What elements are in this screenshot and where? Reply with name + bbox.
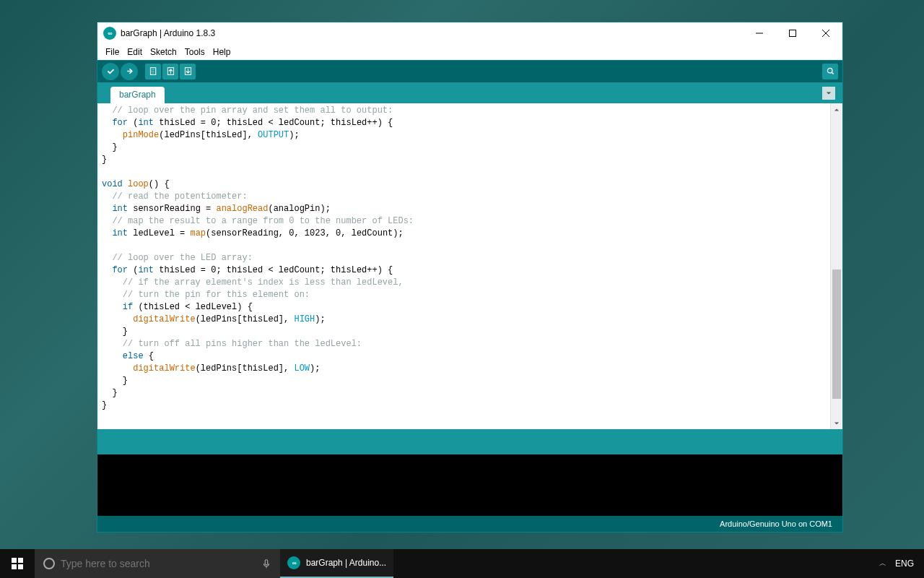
arrow-down-icon [183, 66, 193, 76]
mic-button[interactable] [253, 558, 280, 569]
arrow-right-icon [125, 66, 134, 76]
minimize-button[interactable] [743, 22, 776, 44]
magnifier-icon [826, 66, 835, 76]
window-title: barGraph | Arduino 1.8.3 [121, 28, 743, 38]
menu-edit[interactable]: Edit [124, 46, 145, 59]
maximize-button[interactable] [776, 22, 809, 44]
arduino-ide-window: ∞ barGraph | Arduino 1.8.3 File Edit Ske… [97, 22, 843, 532]
tabstrip: barGraph [97, 82, 842, 103]
serial-monitor-button[interactable] [822, 64, 838, 79]
save-sketch-button[interactable] [180, 64, 196, 79]
footer-bar: Arduino/Genuino Uno on COM1 [97, 516, 842, 532]
svg-rect-16 [265, 560, 268, 565]
language-indicator[interactable]: ENG [895, 558, 914, 569]
svg-rect-13 [18, 558, 23, 563]
code-editor[interactable]: // loop over the pin array and set them … [97, 103, 830, 429]
minimize-icon [756, 30, 763, 37]
scroll-up-button[interactable] [831, 103, 842, 116]
maximize-icon [789, 30, 796, 37]
start-button[interactable] [0, 549, 35, 578]
scroll-down-button[interactable] [831, 417, 842, 429]
svg-rect-15 [18, 564, 23, 569]
board-info: Arduino/Genuino Uno on COM1 [720, 519, 832, 528]
svg-rect-14 [12, 564, 17, 569]
scrollbar-track[interactable] [831, 116, 842, 417]
menu-tools[interactable]: Tools [182, 46, 208, 59]
microphone-icon [261, 558, 271, 569]
arduino-mini-icon: ∞ [287, 556, 300, 569]
new-sketch-button[interactable] [145, 64, 161, 79]
close-button[interactable] [809, 22, 842, 44]
taskbar-app-arduino[interactable]: ∞ barGraph | Arduino... [280, 549, 393, 578]
tab-menu-dropdown[interactable] [822, 87, 835, 100]
chevron-down-icon [826, 90, 832, 96]
chevron-up-icon [834, 107, 840, 113]
output-console[interactable] [97, 454, 842, 516]
search-input[interactable] [61, 558, 247, 569]
svg-rect-1 [790, 30, 796, 37]
menubar: File Edit Sketch Tools Help [97, 44, 842, 60]
svg-point-10 [827, 68, 832, 73]
check-icon [106, 66, 116, 76]
scrollbar-thumb[interactable] [832, 269, 841, 399]
taskbar-app-label: barGraph | Arduino... [306, 558, 386, 568]
vertical-scrollbar[interactable] [830, 103, 842, 429]
taskbar-search[interactable] [35, 549, 280, 578]
window-controls [743, 22, 842, 44]
upload-button[interactable] [121, 63, 138, 80]
arduino-app-icon: ∞ [103, 27, 116, 40]
cortana-icon [43, 558, 55, 569]
svg-line-11 [832, 72, 833, 74]
windows-taskbar: ∞ barGraph | Arduino... ︿ ENG [0, 549, 924, 578]
verify-button[interactable] [102, 63, 119, 80]
toolbar [97, 60, 842, 82]
open-sketch-button[interactable] [162, 64, 178, 79]
status-band [97, 429, 842, 454]
windows-logo-icon [12, 558, 23, 569]
close-icon [822, 30, 829, 37]
tray-overflow-button[interactable]: ︿ [879, 558, 886, 569]
menu-help[interactable]: Help [210, 46, 234, 59]
system-tray: ︿ ENG [869, 549, 924, 578]
arrow-up-icon [166, 66, 175, 76]
menu-sketch[interactable]: Sketch [147, 46, 180, 59]
svg-rect-12 [12, 558, 17, 563]
new-file-icon [149, 66, 158, 76]
menu-file[interactable]: File [103, 46, 122, 59]
editor-area: // loop over the pin array and set them … [97, 103, 842, 429]
chevron-down-icon [834, 420, 840, 426]
tab-bargraph[interactable]: barGraph [110, 87, 165, 103]
titlebar[interactable]: ∞ barGraph | Arduino 1.8.3 [97, 22, 842, 44]
